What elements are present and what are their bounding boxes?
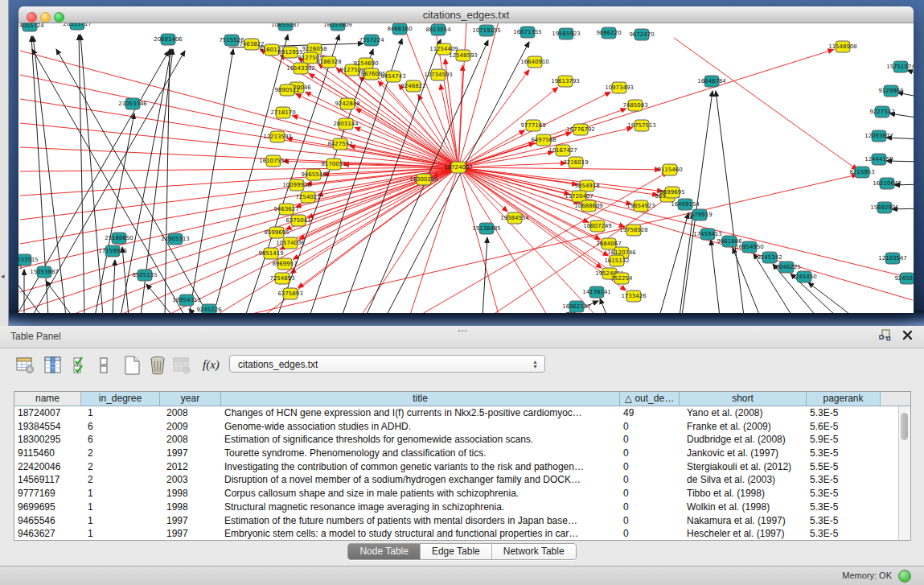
table-cell[interactable]: Nakamura et al. (1997) <box>680 514 807 528</box>
table-cell[interactable]: 1 <box>81 487 160 501</box>
table-cell[interactable]: Tibbo et al. (1998) <box>680 487 807 501</box>
table-cell[interactable]: 9777169 <box>14 487 81 501</box>
delete-entries-icon[interactable] <box>148 356 167 375</box>
function-builder-icon[interactable]: f(x) <box>203 358 220 372</box>
table-cell[interactable]: Estimation of the future numbers of pati… <box>221 514 620 528</box>
column-header-title[interactable]: title <box>221 392 620 406</box>
table-cell[interactable]: 1 <box>81 406 160 420</box>
column-header-year[interactable]: year <box>160 392 221 406</box>
table-cell[interactable]: 2012 <box>160 460 221 474</box>
table-cell[interactable]: 49 <box>620 406 680 420</box>
table-row[interactable]: 1938455462009Genome-wide association stu… <box>14 420 910 434</box>
table-cell[interactable]: 9699695 <box>14 501 81 514</box>
table-cell[interactable]: Tourette syndrome. Phenomenology and cla… <box>221 447 620 460</box>
table-row[interactable]: 1830029562008Estimation of significance … <box>14 433 910 447</box>
column-header-pagerank[interactable]: pagerank <box>807 392 881 406</box>
table-cell[interactable]: 2 <box>81 460 160 474</box>
table-cell[interactable]: 1998 <box>160 501 221 514</box>
table-cell[interactable]: Genome-wide association studies in ADHD. <box>221 420 620 434</box>
table-row[interactable]: 946554611997Estimation of the future num… <box>14 514 910 528</box>
table-cell[interactable]: 5.9E-5 <box>807 433 881 447</box>
table-cell[interactable]: 0 <box>620 447 680 460</box>
table-cell[interactable]: 5.3E-5 <box>807 447 881 460</box>
table-cell[interactable]: 5.5E-5 <box>807 460 881 474</box>
table-cell[interactable]: 5.3E-5 <box>807 527 881 541</box>
table-cell[interactable]: 18724007 <box>14 406 81 420</box>
table-cell[interactable]: Jankovic et al. (1997) <box>680 447 807 460</box>
table-cell[interactable]: 1997 <box>160 514 221 528</box>
tab-network-table[interactable]: Network Table <box>492 544 576 559</box>
table-cell[interactable]: 2008 <box>160 433 221 447</box>
table-cell[interactable]: 6 <box>81 420 160 434</box>
table-cell[interactable]: 5.6E-5 <box>807 420 881 434</box>
panel-collapse-arrow-icon[interactable]: ◂ <box>1 272 5 280</box>
float-window-icon[interactable] <box>879 329 891 341</box>
table-cell[interactable]: 6 <box>81 433 160 447</box>
scrollbar-thumb[interactable] <box>901 413 908 440</box>
table-cell[interactable]: 0 <box>620 527 680 541</box>
table-cell[interactable]: Wolkin et al. (1998) <box>680 501 807 514</box>
column-header-name[interactable]: name <box>14 392 81 406</box>
table-cell[interactable]: 5.3E-5 <box>807 473 881 487</box>
table-cell[interactable]: Dudbridge et al. (2008) <box>680 433 807 447</box>
table-cell[interactable]: 22420046 <box>14 460 81 474</box>
column-header-out_de[interactable]: △ out_de… <box>620 392 680 406</box>
tab-edge-table[interactable]: Edge Table <box>421 544 492 559</box>
table-cell[interactable]: Investigating the contribution of common… <box>221 460 620 474</box>
table-cell[interactable]: 2003 <box>160 473 221 487</box>
table-cell[interactable]: Disruption of a novel member of a sodium… <box>221 473 620 487</box>
table-cell[interactable]: 1 <box>81 514 160 528</box>
network-window-titlebar[interactable]: citations_edges.txt <box>18 6 914 23</box>
table-cell[interactable]: 5.3E-5 <box>807 501 881 514</box>
table-cell[interactable]: 5.3E-5 <box>807 406 881 420</box>
row-height-icon[interactable] <box>98 356 117 375</box>
table-cell[interactable]: 1 <box>81 501 160 514</box>
table-cell[interactable]: Changes of HCN gene expression and I(f) … <box>221 406 620 420</box>
table-cell[interactable]: 2009 <box>160 420 221 434</box>
table-cell[interactable]: 2 <box>81 473 160 487</box>
close-panel-icon[interactable] <box>902 330 913 340</box>
table-row[interactable]: 946362711997Embryonic stem cells: a mode… <box>14 527 910 541</box>
table-cell[interactable]: Embryonic stem cells: a model to study s… <box>221 527 620 541</box>
table-select-dropdown[interactable]: citations_edges.txt ▲▼ <box>229 355 545 373</box>
table-cell[interactable]: Hescheler et al. (1997) <box>680 527 807 541</box>
table-row[interactable]: 969969511998Structural magnetic resonanc… <box>14 501 910 514</box>
column-header-short[interactable]: short <box>680 392 807 406</box>
table-cell[interactable]: 2008 <box>160 406 221 420</box>
table-cell[interactable]: 0 <box>620 501 680 514</box>
memory-status-icon[interactable] <box>898 570 911 583</box>
table-cell[interactable]: 2 <box>81 447 160 460</box>
table-cell[interactable]: 0 <box>620 473 680 487</box>
column-header-in_degree[interactable]: in_degree <box>81 392 160 406</box>
table-cell[interactable]: 0 <box>620 460 680 474</box>
table-cell[interactable]: Yano et al. (2008) <box>680 406 807 420</box>
table-settings-icon[interactable] <box>16 356 35 375</box>
table-row[interactable]: 911546021997Tourette syndrome. Phenomeno… <box>14 447 910 460</box>
table-cell[interactable]: 9115460 <box>14 447 81 460</box>
table-cell[interactable]: 1997 <box>160 447 221 460</box>
table-cell[interactable]: 0 <box>620 514 680 528</box>
table-cell[interactable]: 14569117 <box>14 473 81 487</box>
network-canvas[interactable]: 7463822916012389129559226058912750516543… <box>18 23 914 313</box>
table-cell[interactable]: 1997 <box>160 527 221 541</box>
table-row[interactable]: 977716911998Corpus callosum shape and si… <box>14 487 910 501</box>
table-cell[interactable]: 9465546 <box>14 514 81 528</box>
table-cell[interactable]: 0 <box>620 433 680 447</box>
new-table-icon[interactable] <box>122 356 142 375</box>
table-cell[interactable]: 18300295 <box>14 433 81 447</box>
table-cell[interactable]: 1 <box>81 527 160 541</box>
table-cell[interactable]: 0 <box>620 420 680 434</box>
select-columns-icon[interactable] <box>72 356 92 375</box>
table-cell[interactable]: Estimation of significance thresholds fo… <box>221 433 620 447</box>
vertical-scrollbar[interactable] <box>898 406 910 540</box>
table-cell[interactable]: de Silva et al. (2003) <box>680 473 807 487</box>
table-cell[interactable]: 5.3E-5 <box>807 487 881 501</box>
table-row[interactable]: 1872400712008Changes of HCN gene express… <box>14 406 910 420</box>
table-cell[interactable]: Corpus callosum shape and size in male p… <box>221 487 620 501</box>
table-row[interactable]: 2242004622012Investigating the contribut… <box>14 460 910 474</box>
table-cell[interactable]: 0 <box>620 487 680 501</box>
table-cell[interactable]: Stergiakouli et al. (2012) <box>680 460 807 474</box>
table-cell[interactable]: 1998 <box>160 487 221 501</box>
table-row[interactable]: 1456911722003Disruption of a novel membe… <box>14 473 910 487</box>
table-cell[interactable]: 5.3E-5 <box>807 514 881 528</box>
